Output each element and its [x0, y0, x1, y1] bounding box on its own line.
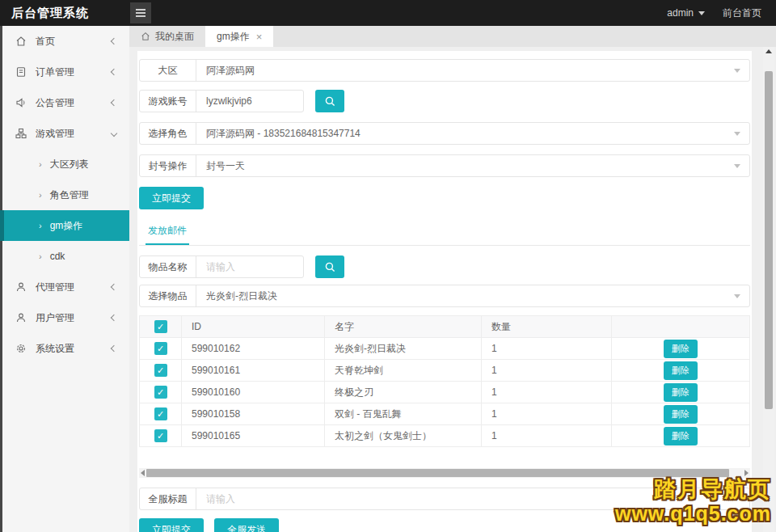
sidebar-subitem-gm-operations[interactable]: › gm操作	[0, 210, 129, 241]
sidebar-subitem-cdk[interactable]: › cdk	[0, 241, 129, 272]
sidebar-toggle-button[interactable]	[130, 2, 151, 23]
sidebar-subitem-region-list[interactable]: › 大区列表	[0, 149, 129, 179]
cell-item-id: 599010165	[182, 425, 325, 447]
select-all-checkbox[interactable]: ✓	[154, 320, 167, 333]
item-search-button[interactable]	[315, 255, 344, 278]
admin-username: admin	[667, 7, 694, 19]
chevron-down-icon	[698, 11, 705, 15]
row-checkbox[interactable]: ✓	[154, 342, 167, 355]
cell-item-name: 光炎剑-烈日裁决	[325, 338, 482, 360]
horizontal-scrollbar-thumb[interactable]	[146, 469, 729, 477]
table-row: ✓599010161天脊乾坤剑1删除	[140, 360, 750, 382]
delete-button[interactable]: 删除	[664, 340, 698, 358]
item-name-field: 物品名称 请输入	[139, 255, 304, 278]
table-row: ✓599010162光炎剑-烈日裁决1删除	[140, 338, 750, 360]
sidebar-subitem-role-management[interactable]: › 角色管理	[0, 179, 129, 210]
broadcast-title-input[interactable]: 请输入	[196, 488, 749, 509]
select-caret-icon	[734, 69, 740, 73]
tab-send-mail[interactable]: 发放邮件	[146, 220, 189, 245]
region-value: 阿泽源码网	[196, 60, 749, 81]
row-checkbox[interactable]: ✓	[154, 364, 167, 377]
chevron-collapsed-icon	[111, 99, 117, 106]
game-account-field: 游戏账号 lyzwlkjvip6	[139, 90, 304, 112]
search-icon	[324, 95, 336, 108]
broadcast-title-field: 全服标题 请输入	[139, 488, 750, 510]
sidebar-item-orders[interactable]: 订单管理	[0, 57, 129, 87]
cell-item-name: 双剑 - 百鬼乱舞	[325, 403, 482, 425]
game-account-label: 游戏账号	[140, 91, 196, 112]
sidebar-item-settings[interactable]: 系统设置	[0, 333, 129, 364]
content-panel: 大区 阿泽源码网 游戏账号 lyzwlkjvip6 选择角色 阿泽源码网 - 1…	[137, 51, 752, 532]
app-title: 后台管理系统	[0, 0, 129, 26]
agent-icon	[15, 281, 27, 293]
sidebar-item-announcements[interactable]: 公告管理	[0, 87, 129, 118]
column-header-name: 名字	[325, 316, 482, 338]
scroll-right-arrow-icon[interactable]	[744, 470, 749, 476]
scroll-up-arrow-icon[interactable]	[765, 49, 772, 53]
row-checkbox[interactable]: ✓	[154, 386, 167, 399]
search-icon	[324, 261, 336, 273]
order-icon	[15, 66, 27, 78]
cell-item-id: 599010161	[182, 360, 325, 382]
gear-icon	[15, 343, 27, 354]
item-name-label: 物品名称	[140, 256, 196, 277]
sidebar-item-users[interactable]: 用户管理	[0, 302, 129, 333]
cell-item-id: 599010160	[182, 382, 325, 403]
region-select[interactable]: 大区 阿泽源码网	[139, 59, 750, 82]
chevron-collapsed-icon	[111, 315, 117, 321]
role-select[interactable]: 选择角色 阿泽源码网 - 183521684815347714	[139, 122, 750, 145]
column-header-actions	[612, 316, 750, 338]
item-select-value: 光炎剑-烈日裁决	[196, 285, 749, 306]
main-area: 我的桌面 gm操作 × 大区 阿泽源码网 游戏账号 lyzwlkjvip6	[129, 26, 776, 532]
row-checkbox[interactable]: ✓	[154, 429, 167, 442]
table-row: ✓599010160终极之刃1删除	[140, 382, 750, 403]
select-caret-icon	[734, 294, 740, 298]
horizontal-scrollbar[interactable]	[139, 468, 750, 478]
chevron-collapsed-icon	[111, 284, 117, 290]
account-search-button[interactable]	[315, 90, 344, 112]
broadcast-title-label: 全服标题	[140, 488, 196, 509]
scroll-left-arrow-icon[interactable]	[141, 470, 145, 476]
sidebar-item-agents[interactable]: 代理管理	[0, 272, 129, 302]
ban-submit-button[interactable]: 立即提交	[139, 187, 204, 209]
mail-tabs: 发放邮件	[139, 220, 750, 246]
frontend-home-link[interactable]: 前台首页	[723, 6, 761, 20]
item-select[interactable]: 选择物品 光炎剑-烈日裁决	[139, 285, 750, 307]
tab-my-desktop[interactable]: 我的桌面	[129, 26, 205, 47]
row-checkbox[interactable]: ✓	[154, 407, 167, 420]
sidebar: 首页 订单管理 公告管理 游戏管理 › 大区列表 › 角色管理 › gm操作 ›…	[0, 26, 129, 532]
broadcast-submit-button[interactable]: 立即提交	[139, 518, 204, 532]
vertical-scrollbar-thumb[interactable]	[765, 71, 773, 409]
chevron-collapsed-icon	[111, 69, 117, 75]
table-row: ✓599010158双剑 - 百鬼乱舞1删除	[140, 403, 750, 425]
delete-button[interactable]: 删除	[664, 383, 698, 402]
region-label: 大区	[140, 60, 196, 81]
cell-item-qty: 1	[482, 403, 612, 425]
user-icon	[15, 312, 27, 323]
vertical-scrollbar[interactable]	[763, 47, 774, 532]
cell-item-name: 太初之剑（女鬼剑士）	[325, 425, 482, 447]
sidebar-item-home[interactable]: 首页	[0, 26, 129, 57]
column-header-qty: 数量	[482, 316, 612, 338]
ban-action-select[interactable]: 封号操作 封号一天	[139, 154, 750, 177]
item-name-input[interactable]: 请输入	[196, 256, 303, 277]
submenu-arrow-icon: ›	[39, 221, 42, 230]
delete-button[interactable]: 删除	[664, 405, 698, 424]
submenu-arrow-icon: ›	[39, 251, 42, 261]
tab-bar: 我的桌面 gm操作 ×	[129, 26, 776, 47]
sidebar-item-games[interactable]: 游戏管理	[0, 118, 129, 149]
close-icon[interactable]: ×	[256, 31, 263, 43]
cell-item-qty: 1	[482, 425, 612, 447]
game-account-input[interactable]: lyzwlkjvip6	[196, 91, 303, 112]
delete-button[interactable]: 删除	[664, 427, 698, 445]
tab-gm-operations[interactable]: gm操作 ×	[205, 26, 273, 47]
delete-button[interactable]: 删除	[664, 361, 698, 380]
table-header-row: ✓ ID 名字 数量	[140, 316, 750, 338]
send-all-button[interactable]: 全服发送	[214, 518, 279, 532]
game-management-icon	[15, 128, 27, 139]
cell-item-qty: 1	[482, 382, 612, 403]
admin-menu[interactable]: admin	[667, 7, 705, 19]
cell-item-id: 599010158	[182, 403, 325, 425]
column-header-id: ID	[182, 316, 325, 338]
cell-item-name: 终极之刃	[325, 382, 482, 403]
